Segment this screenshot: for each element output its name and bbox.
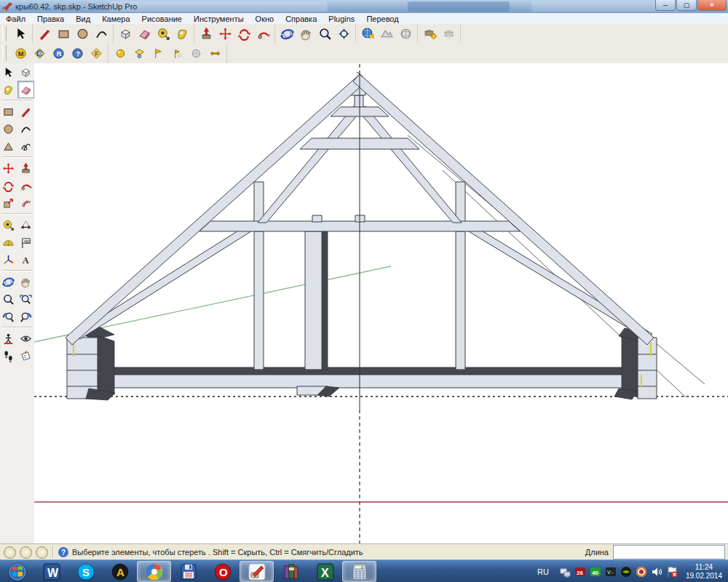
arc-tool-button[interactable]: [17, 120, 35, 137]
menu-файл[interactable]: Файл: [0, 15, 31, 23]
menu-окно[interactable]: Окно: [250, 15, 280, 23]
minimize-button[interactable]: ─: [655, 0, 676, 11]
push-pull-tool-button[interactable]: [17, 159, 35, 177]
select-button[interactable]: [11, 24, 30, 43]
tape-measure-button[interactable]: [154, 24, 173, 43]
taskbar-skype-button[interactable]: S: [68, 561, 103, 582]
eraser-tool-button[interactable]: [17, 81, 35, 98]
paint-bucket-button[interactable]: [173, 24, 191, 43]
tray-security[interactable]: [636, 566, 647, 578]
menu-вид[interactable]: Вид: [70, 15, 96, 23]
tray-network[interactable]: [559, 566, 571, 578]
tray-media-player[interactable]: V-: [605, 566, 617, 578]
close-button[interactable]: ✕: [697, 0, 727, 11]
taskbar-opera-button[interactable]: O: [205, 561, 240, 582]
get-models-button[interactable]: [420, 24, 439, 43]
polygon-tool-button[interactable]: [0, 137, 17, 155]
f-tag-button[interactable]: F: [87, 44, 106, 63]
menu-правка[interactable]: Правка: [31, 15, 70, 23]
line-button[interactable]: [35, 24, 54, 43]
taskbar-aimp-button[interactable]: A: [103, 561, 137, 582]
protractor-tool-button[interactable]: [0, 234, 17, 251]
measurement-input[interactable]: [613, 545, 725, 559]
menu-инструменты[interactable]: Инструменты: [188, 15, 250, 23]
3d-text-tool-button[interactable]: A: [17, 251, 35, 268]
follow-me-button[interactable]: [253, 24, 272, 43]
arc-button[interactable]: [92, 24, 111, 43]
circle-tool-button[interactable]: [0, 120, 17, 137]
toolbar-grip[interactable]: [2, 26, 7, 41]
follow-me-tool-button[interactable]: [17, 177, 35, 194]
attribution-status-icon[interactable]: [20, 546, 32, 559]
orbit-button[interactable]: [277, 24, 296, 43]
dimension-tool-button[interactable]: [17, 216, 35, 234]
zoom-tool-button[interactable]: [0, 290, 17, 308]
tray-action-center[interactable]: [666, 566, 678, 578]
menu-plugins[interactable]: Plugins: [323, 15, 360, 23]
tray-badge-red[interactable]: 26: [574, 566, 586, 578]
stand-tool-button[interactable]: [130, 44, 149, 63]
look-around-tool-button[interactable]: [17, 330, 35, 347]
toggle-terrain-button[interactable]: [377, 24, 396, 43]
ball-yellow-button[interactable]: [111, 44, 130, 63]
pan-button[interactable]: [296, 24, 315, 43]
taskbar-winrar-button[interactable]: [274, 561, 308, 582]
line-tool-button[interactable]: [17, 103, 35, 120]
zoom-button[interactable]: [315, 24, 334, 43]
zoom-extents-button[interactable]: [334, 24, 353, 43]
rectangle-tool-button[interactable]: [0, 103, 17, 120]
drawing-canvas[interactable]: [34, 63, 728, 543]
credits-status-icon[interactable]: [36, 546, 48, 559]
push-pull-button[interactable]: [197, 24, 215, 43]
zoom-next-tool-button[interactable]: [17, 308, 35, 325]
add-location-button[interactable]: [358, 24, 377, 43]
taskbar-sketchup-button[interactable]: [240, 561, 274, 582]
taskbar-floppy-save-button[interactable]: [171, 561, 205, 582]
component-button[interactable]: [116, 24, 135, 43]
move-tool-button[interactable]: [0, 159, 17, 177]
pan-tool-button[interactable]: [17, 273, 35, 290]
component-tool-button[interactable]: [17, 63, 35, 81]
start-button[interactable]: [0, 561, 34, 582]
geolocation-status-icon[interactable]: [4, 546, 16, 559]
sphere-gray-button[interactable]: [186, 44, 205, 63]
menu-рисование[interactable]: Рисование: [136, 15, 188, 23]
tape-measure-tool-button[interactable]: [0, 216, 17, 234]
tray-nvidia[interactable]: [620, 566, 632, 578]
zoom-window-tool-button[interactable]: [17, 290, 35, 308]
m-circle-button[interactable]: M: [11, 44, 30, 63]
maximize-button[interactable]: ▢: [676, 0, 697, 11]
eraser-button[interactable]: [135, 24, 154, 43]
titlebar[interactable]: кры60.42. skp.skp - SketchUp Pro ─ ▢ ✕: [0, 0, 728, 14]
orbit-tool-button[interactable]: [0, 273, 17, 290]
taskbar-excel-button[interactable]: X: [308, 561, 342, 582]
taskbar-word-button[interactable]: W: [34, 561, 68, 582]
taskbar-calculator-button[interactable]: 0: [342, 561, 376, 582]
rectangle-button[interactable]: [54, 24, 73, 43]
menu-справка[interactable]: Справка: [280, 15, 323, 23]
language-indicator[interactable]: RU: [537, 567, 549, 576]
select-tool-button[interactable]: [0, 63, 17, 81]
rotate-button[interactable]: [234, 24, 253, 43]
section-plane-tool-button[interactable]: C: [17, 347, 35, 364]
menu-камера[interactable]: Камера: [96, 15, 135, 23]
freehand-tool-button[interactable]: [17, 137, 35, 155]
scale-tool-button[interactable]: [0, 194, 17, 212]
text-tool-button[interactable]: ABC: [17, 234, 35, 251]
walk-tool-button[interactable]: [0, 347, 17, 364]
zoom-previous-tool-button[interactable]: [0, 308, 17, 325]
o-tag-button[interactable]: O: [30, 44, 49, 63]
tray-volume[interactable]: [651, 566, 662, 578]
flag-small-button[interactable]: [167, 44, 186, 63]
rotate-tool-button[interactable]: [0, 177, 17, 194]
position-camera-tool-button[interactable]: [0, 330, 17, 347]
move-button[interactable]: [215, 24, 234, 43]
toolbar-grip[interactable]: [2, 45, 7, 61]
tray-badge-green[interactable]: 40: [590, 566, 601, 578]
axes-tool-button[interactable]: [0, 251, 17, 268]
menu-перевод[interactable]: Перевод: [360, 15, 404, 23]
taskbar-clock[interactable]: 11:24 19.02.2014: [686, 563, 722, 581]
taskbar-browser-pinwheel-button[interactable]: [137, 561, 171, 582]
share-model-button[interactable]: [439, 24, 458, 43]
help-icon[interactable]: ?: [58, 547, 68, 557]
